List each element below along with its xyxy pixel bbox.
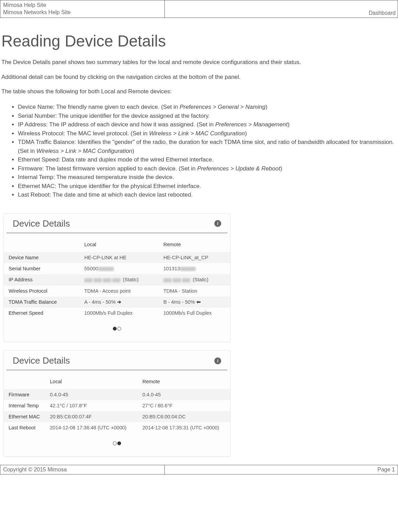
main-content: Reading Device Details The Device Detail… (0, 32, 398, 457)
row-label: Internal Temp (4, 400, 45, 411)
table-row: Last Reboot2014-12-08 17:36:48 (UTC +000… (4, 422, 230, 433)
field-list: Device Name: The friendly name given to … (1, 103, 397, 199)
col-blank (4, 237, 79, 252)
cell-remote: (Static) (159, 274, 230, 285)
list-item: Serial Number: The unique identifier for… (18, 112, 397, 121)
cell-local: A - 4ms - 50% ➜ (79, 296, 159, 307)
cell-remote: 27°C / 80.6°F (138, 400, 230, 411)
cell-remote: TDMA - Station (159, 285, 230, 296)
panel-title: Device Details (13, 218, 70, 229)
page-title: Reading Device Details (1, 32, 397, 50)
cell-local: HE-CP-LINK at HE (79, 252, 159, 263)
pager-dot-2[interactable] (117, 441, 121, 445)
table-row: Ethernet Speed1000Mb/s Full Duplex1000Mb… (4, 307, 230, 319)
cell-remote: 0.4.0-45 (138, 389, 230, 400)
row-label: Wireless Protocol (4, 285, 79, 296)
table-row: Firmware0.4.0-450.4.0-45 (4, 389, 230, 400)
pager-dot-1[interactable] (113, 327, 117, 331)
table-row: IP Address (Static) (Static) (4, 274, 230, 285)
cell-remote: 20:B5:C6:00:04:DC (138, 411, 230, 422)
pagination-dots[interactable] (4, 325, 230, 332)
cell-remote: 2014-12-08 17:35:31 (UTC +0000) (138, 422, 230, 433)
cell-local: 1000Mb/s Full Duplex (79, 307, 159, 319)
table-row: Device NameHE-CP-LINK at HEHE-CP-LINK_at… (4, 252, 230, 263)
cell-remote: HE-CP-LINK_at_CP (159, 252, 230, 263)
row-label: IP Address (4, 274, 79, 285)
row-label: Serial Number (4, 263, 79, 274)
copyright: Copyright © 2015 Mimosa (0, 465, 165, 474)
cell-local: 55000 (79, 263, 159, 274)
list-item: Last Reboot: The date and time at which … (18, 190, 397, 199)
col-remote: Remote (159, 237, 230, 252)
info-icon[interactable]: i (214, 220, 221, 227)
cell-remote: B - 4ms - 50% ⬅ (159, 296, 230, 307)
device-details-panel-1: Device Details i Local Remote Device Nam… (3, 213, 230, 342)
breadcrumb: Dashboard (369, 10, 396, 16)
header-right: Dashboard (165, 0, 398, 18)
list-item: Device Name: The friendly name given to … (18, 103, 397, 112)
site-title-1: Mimosa Help Site (3, 2, 162, 9)
row-label: Firmware (4, 389, 45, 400)
cell-remote: 1000Mb/s Full Duplex (159, 307, 230, 319)
page-header: Mimosa Help Site Mimosa Networks Help Si… (0, 0, 398, 18)
table-row: TDMA Traffic BalanceA - 4ms - 50% ➜B - 4… (4, 296, 230, 307)
list-item: Ethernet Speed: Data rate and duplex mod… (18, 155, 397, 164)
cell-local: 20:B5:C6:00:07:4F (45, 411, 138, 422)
list-item: Firmware: The latest firmware version ap… (18, 164, 397, 173)
table-row: Ethernet MAC20:B5:C6:00:07:4F20:B5:C6:00… (4, 411, 230, 422)
col-blank (4, 374, 45, 389)
pager-dot-2[interactable] (117, 327, 121, 331)
panel-title: Device Details (13, 355, 70, 366)
list-item: Ethernet MAC: The unique identifier for … (18, 182, 397, 191)
table-row: Wireless ProtocolTDMA - Access pointTDMA… (4, 285, 230, 296)
row-label: Ethernet Speed (4, 307, 79, 319)
site-title-2: Mimosa Networks Help Site (3, 9, 162, 16)
cell-local: 42.1°C / 107.8°F (45, 400, 138, 411)
list-item: IP Address: The IP address of each devic… (18, 120, 397, 129)
device-details-panel-2: Device Details i Local Remote Firmware0.… (3, 350, 230, 457)
cell-local: TDMA - Access point (79, 285, 159, 296)
row-label: TDMA Traffic Balance (4, 296, 79, 307)
header-left: Mimosa Help Site Mimosa Networks Help Si… (0, 0, 165, 18)
info-icon[interactable]: i (214, 357, 221, 364)
row-label: Last Reboot (4, 422, 45, 433)
intro-p2: Additional detail can be found by clicki… (1, 73, 397, 81)
table-row: Internal Temp42.1°C / 107.8°F27°C / 80.6… (4, 400, 230, 411)
row-label: Ethernet MAC (4, 411, 45, 422)
list-item: TDMA Traffic Balance: Identifies the "ge… (18, 138, 397, 155)
col-local: Local (45, 374, 138, 389)
list-item: Internal Temp: The measured temperature … (18, 173, 397, 182)
cell-local: 0.4.0-45 (45, 389, 138, 400)
pagination-dots[interactable] (4, 439, 230, 447)
page-number: Page 1 (165, 465, 398, 474)
pager-dot-1[interactable] (113, 441, 117, 445)
col-local: Local (79, 237, 159, 252)
row-label: Device Name (4, 252, 79, 263)
cell-local: (Static) (79, 274, 159, 285)
page-footer: Copyright © 2015 Mimosa Page 1 (0, 465, 398, 474)
col-remote: Remote (138, 374, 230, 389)
device-table-2: Local Remote Firmware0.4.0-450.4.0-45Int… (4, 374, 230, 433)
intro-p1: The Device Details panel shows two summa… (1, 59, 397, 66)
intro-p3: The table shows the following for both L… (1, 88, 397, 96)
table-row: Serial Number55000101313 (4, 263, 230, 274)
cell-remote: 101313 (159, 263, 230, 274)
device-table-1: Local Remote Device NameHE-CP-LINK at HE… (4, 237, 230, 319)
list-item: Wireless Protocol: The MAC level protoco… (18, 129, 397, 138)
cell-local: 2014-12-08 17:36:48 (UTC +0000) (45, 422, 138, 433)
